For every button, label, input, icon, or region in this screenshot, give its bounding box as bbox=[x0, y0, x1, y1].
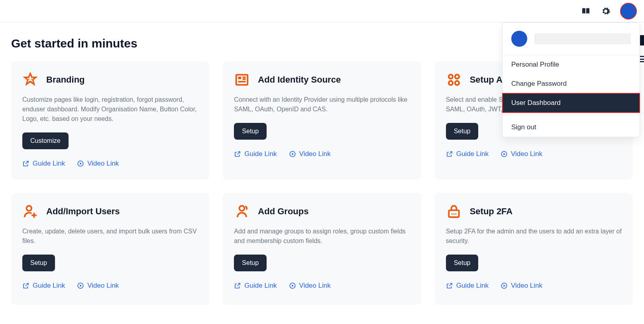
video-link[interactable]: Video Link bbox=[77, 282, 119, 290]
card-header: Setup 2FA bbox=[446, 203, 622, 219]
svg-rect-4 bbox=[238, 77, 242, 79]
card-header: Add Identity Source bbox=[234, 72, 410, 88]
card-header: Add Groups bbox=[234, 203, 410, 219]
card-action-button[interactable]: Setup bbox=[446, 255, 479, 271]
external-link-icon bbox=[446, 282, 453, 289]
guide-link[interactable]: Guide Link bbox=[22, 160, 65, 168]
card-description: Add and manage groups to assign roles, g… bbox=[234, 227, 410, 246]
id-source-icon bbox=[234, 72, 250, 88]
guide-link[interactable]: Guide Link bbox=[446, 282, 489, 290]
svg-point-23 bbox=[455, 213, 456, 215]
dropdown-item-personal-profile[interactable]: Personal Profile bbox=[503, 55, 640, 74]
svg-point-21 bbox=[451, 213, 452, 215]
svg-point-1 bbox=[31, 79, 32, 80]
play-circle-icon bbox=[77, 282, 84, 289]
play-circle-icon bbox=[77, 160, 84, 167]
card-setup-2fa: Setup 2FASetup 2FA for the admin and the… bbox=[435, 193, 633, 305]
external-link-icon bbox=[234, 282, 241, 289]
svg-point-12 bbox=[455, 81, 459, 85]
apps-icon bbox=[446, 72, 462, 88]
svg-point-10 bbox=[455, 75, 459, 79]
video-link[interactable]: Video Link bbox=[501, 150, 542, 158]
card-links: Guide LinkVideo Link bbox=[446, 150, 622, 158]
card-links: Guide LinkVideo Link bbox=[22, 282, 198, 290]
dropdown-divider bbox=[503, 115, 640, 115]
card-title: Add Identity Source bbox=[258, 75, 341, 85]
video-link[interactable]: Video Link bbox=[77, 160, 119, 168]
user-dropdown: Personal ProfileChange PasswordUser Dash… bbox=[502, 22, 640, 137]
svg-point-9 bbox=[449, 75, 453, 79]
external-link-icon bbox=[22, 160, 29, 167]
card-add-import-users: Add/Import UsersCreate, update, delete u… bbox=[11, 193, 209, 305]
lock-2fa-icon bbox=[446, 203, 462, 219]
card-title: Branding bbox=[46, 75, 85, 85]
card-action-button[interactable]: Setup bbox=[446, 123, 479, 140]
card-add-identity-source: Add Identity SourceConnect with an Ident… bbox=[223, 61, 421, 180]
svg-point-22 bbox=[453, 213, 454, 215]
group-icon bbox=[234, 203, 250, 219]
card-title: Add Groups bbox=[258, 206, 308, 217]
card-title: Add/Import Users bbox=[46, 206, 120, 217]
play-circle-icon bbox=[289, 282, 296, 289]
svg-point-11 bbox=[449, 81, 453, 85]
card-links: Guide LinkVideo Link bbox=[234, 282, 410, 290]
card-action-button[interactable]: Setup bbox=[22, 255, 55, 271]
play-circle-icon bbox=[289, 150, 296, 158]
card-links: Guide LinkVideo Link bbox=[22, 160, 198, 168]
dropdown-item-change-password[interactable]: Change Password bbox=[503, 74, 640, 93]
video-link[interactable]: Video Link bbox=[289, 282, 331, 290]
card-description: Customize pages like login, registration… bbox=[22, 95, 198, 124]
book-icon[interactable] bbox=[580, 6, 591, 17]
dropdown-item-sign-out[interactable]: Sign out bbox=[503, 118, 640, 137]
star-icon bbox=[22, 72, 38, 88]
card-title: Setup 2FA bbox=[470, 206, 513, 217]
external-link-icon bbox=[446, 150, 453, 158]
external-link-icon bbox=[22, 282, 29, 289]
dropdown-username-redacted bbox=[534, 33, 631, 44]
video-link[interactable]: Video Link bbox=[501, 282, 542, 290]
dropdown-item-user-dashboard[interactable]: User Dashboard bbox=[503, 93, 640, 113]
card-action-button[interactable]: Setup bbox=[234, 123, 267, 140]
card-description: Connect with an Identity Provider using … bbox=[234, 95, 410, 114]
card-links: Guide LinkVideo Link bbox=[446, 282, 622, 290]
card-header: Add/Import Users bbox=[22, 203, 198, 219]
card-branding: BrandingCustomize pages like login, regi… bbox=[11, 61, 209, 180]
card-action-button[interactable]: Setup bbox=[234, 255, 267, 271]
external-link-icon bbox=[234, 150, 241, 158]
card-header: Branding bbox=[22, 72, 198, 88]
play-circle-icon bbox=[501, 150, 508, 158]
card-action-button[interactable]: Customize bbox=[22, 132, 69, 149]
guide-link[interactable]: Guide Link bbox=[22, 282, 65, 290]
card-add-groups: Add GroupsAdd and manage groups to assig… bbox=[223, 193, 421, 305]
play-circle-icon bbox=[501, 282, 508, 289]
card-description: Create, update, delete users, and import… bbox=[22, 227, 198, 246]
user-avatar[interactable] bbox=[620, 3, 637, 20]
svg-point-0 bbox=[29, 79, 30, 80]
guide-link[interactable]: Guide Link bbox=[234, 282, 277, 290]
card-description: Setup 2FA for the admin and the users to… bbox=[446, 227, 622, 246]
guide-link[interactable]: Guide Link bbox=[446, 150, 489, 158]
topbar bbox=[0, 0, 644, 22]
svg-point-18 bbox=[240, 206, 245, 211]
dropdown-header bbox=[503, 23, 640, 55]
gear-icon[interactable] bbox=[600, 6, 611, 17]
dropdown-avatar bbox=[511, 31, 527, 47]
card-links: Guide LinkVideo Link bbox=[234, 150, 410, 158]
video-link[interactable]: Video Link bbox=[289, 150, 331, 158]
svg-rect-3 bbox=[236, 75, 248, 85]
svg-point-14 bbox=[27, 206, 32, 211]
guide-link[interactable]: Guide Link bbox=[234, 150, 277, 158]
user-plus-icon bbox=[22, 203, 38, 219]
